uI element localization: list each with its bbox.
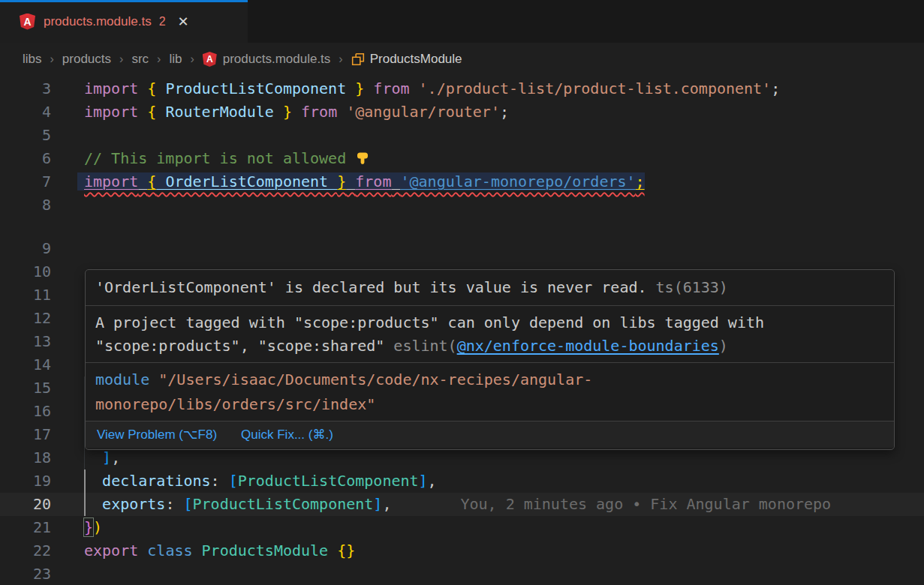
code-token: ) — [93, 518, 102, 536]
view-problem-action[interactable]: View Problem (⌥F8) — [97, 427, 217, 442]
line-number[interactable]: 18 — [0, 446, 51, 470]
code-token — [346, 172, 355, 190]
line-number[interactable]: 15 — [0, 376, 51, 400]
line-number[interactable]: 17 — [0, 423, 51, 446]
tab-bar: A products.module.ts 2 ✕ — [0, 0, 924, 43]
code-token: , — [111, 448, 120, 466]
line-number[interactable]: 13 — [0, 330, 51, 353]
code-token: import — [84, 172, 138, 190]
code-token: import — [84, 80, 138, 98]
angular-icon: A — [203, 52, 217, 67]
code-token: ; — [636, 172, 645, 190]
code-line[interactable]: 9 — [0, 237, 924, 260]
code-token — [391, 172, 400, 190]
diagnostic-source: ts(6133) — [647, 278, 728, 296]
code-token: export — [84, 542, 138, 560]
code-text[interactable] — [84, 562, 924, 585]
eslint-rule-link[interactable]: @nx/enforce-module-boundaries — [457, 337, 719, 355]
code-token: [ — [229, 472, 238, 490]
code-line[interactable]: 5 — [0, 124, 924, 147]
line-number[interactable]: 21 — [0, 516, 51, 539]
code-text[interactable] — [84, 237, 924, 260]
hover-spacer — [0, 217, 924, 237]
module-path-line2: monorepo/libs/orders/src/index" — [95, 395, 375, 413]
line-number[interactable]: 11 — [0, 284, 51, 307]
line-number[interactable]: 7 — [0, 170, 51, 194]
code-token: from — [355, 172, 391, 190]
code-token: } — [283, 103, 292, 121]
code-text[interactable]: export class ProductsModule {} — [84, 539, 924, 562]
code-text[interactable] — [84, 124, 924, 147]
line-number[interactable]: 19 — [0, 470, 51, 493]
breadcrumb-item-products[interactable]: products — [62, 52, 111, 67]
code-text[interactable]: exports: [ProductListComponent],You, 2 m… — [84, 493, 924, 516]
code-text[interactable]: import { OrderListComponent } from '@ang… — [84, 170, 924, 194]
tab-title: products.module.ts — [44, 14, 152, 29]
code-token — [138, 172, 147, 190]
code-token: RouterModule — [156, 103, 283, 121]
line-number[interactable]: 14 — [0, 353, 51, 376]
pointing-down-emoji — [355, 149, 370, 172]
line-number[interactable]: 23 — [0, 562, 51, 585]
line-number[interactable]: 16 — [0, 400, 51, 423]
tab-products-module[interactable]: A products.module.ts 2 ✕ — [0, 0, 248, 43]
code-token — [292, 103, 301, 121]
code-token: './product-list/product-list.component' — [419, 80, 772, 98]
code-text[interactable]: // This import is not allowed — [84, 147, 924, 170]
code-token: ; — [771, 80, 780, 98]
code-token: ProductListComponent — [156, 80, 355, 98]
code-line[interactable]: 22export class ProductsModule {} — [0, 539, 924, 562]
error-highlighted-statement[interactable]: import { OrderListComponent } from '@ang… — [84, 172, 645, 190]
breadcrumb-separator: › — [157, 52, 161, 66]
module-keyword: module — [95, 370, 149, 388]
line-number[interactable]: 6 — [0, 147, 51, 170]
code-token: {} — [337, 542, 355, 560]
code-line[interactable]: 3import { ProductListComponent } from '.… — [0, 77, 924, 100]
code-line[interactable]: 20 exports: [ProductListComponent],You, … — [0, 493, 924, 516]
breadcrumb-separator: › — [190, 52, 194, 66]
code-text[interactable]: import { ProductListComponent } from './… — [84, 77, 924, 100]
breadcrumb-item-src[interactable]: src — [131, 52, 149, 67]
diagnostic-text: 'OrderListComponent' is declared but its… — [95, 278, 647, 296]
code-line[interactable]: 23 — [0, 562, 924, 585]
code-line[interactable]: 4import { RouterModule } from '@angular/… — [0, 100, 924, 124]
line-number[interactable]: 8 — [0, 194, 51, 217]
breadcrumb-item-lib[interactable]: lib — [169, 52, 182, 67]
breadcrumb-item-file[interactable]: A products.module.ts — [203, 52, 331, 67]
line-number[interactable]: 4 — [0, 100, 51, 124]
code-text[interactable]: import { RouterModule } from '@angular/r… — [84, 100, 924, 124]
close-icon[interactable]: ✕ — [178, 14, 189, 30]
line-number[interactable]: 5 — [0, 124, 51, 147]
breadcrumb-item-libs[interactable]: libs — [23, 52, 42, 67]
code-token: ; — [500, 103, 509, 121]
breadcrumb-separator: › — [119, 52, 123, 66]
code-editor[interactable]: 3import { ProductListComponent } from '.… — [0, 76, 924, 585]
code-token: , — [382, 495, 391, 513]
git-blame-annotation: You, 2 minutes ago • Fix Angular monorep… — [460, 495, 831, 513]
code-line[interactable]: 21}) — [0, 516, 924, 539]
code-token — [84, 472, 102, 490]
code-line[interactable]: 19 declarations: [ProductListComponent], — [0, 470, 924, 493]
code-token: { — [147, 80, 156, 98]
code-text[interactable]: declarations: [ProductListComponent], — [84, 470, 924, 493]
line-number[interactable]: 9 — [0, 237, 51, 260]
line-number[interactable]: 10 — [0, 260, 51, 284]
code-text[interactable] — [84, 194, 924, 217]
breadcrumb-item-symbol[interactable]: ProductsModule — [351, 52, 462, 67]
code-line[interactable]: 7import { OrderListComponent } from '@an… — [0, 170, 924, 194]
line-number[interactable]: 3 — [0, 77, 51, 100]
breadcrumb-symbol-label: ProductsModule — [370, 52, 462, 67]
quick-fix-action[interactable]: Quick Fix... (⌘.) — [241, 427, 333, 442]
line-number[interactable]: 12 — [0, 307, 51, 330]
indent-guide — [84, 493, 86, 516]
indent-guide — [84, 470, 86, 493]
code-token — [337, 103, 346, 121]
line-number[interactable]: 22 — [0, 539, 51, 562]
breadcrumb-file-label: products.module.ts — [223, 52, 331, 67]
code-token: from — [301, 103, 337, 121]
code-text[interactable]: }) — [84, 516, 924, 539]
code-line[interactable]: 6// This import is not allowed — [0, 147, 924, 170]
line-number[interactable]: 20 — [0, 493, 51, 516]
code-token — [138, 103, 147, 121]
code-line[interactable]: 8 — [0, 194, 924, 217]
